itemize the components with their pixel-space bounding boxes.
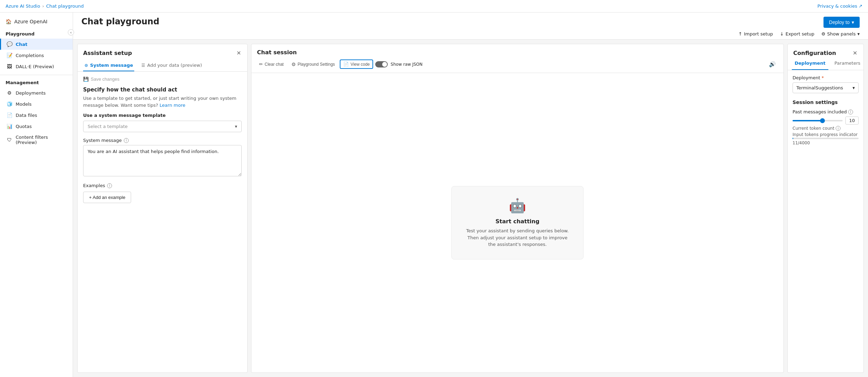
panels-chevron-icon: ▾ [857,31,860,37]
datafiles-icon: 📄 [7,112,12,118]
sidebar-section-playground: Playground [0,29,73,39]
top-bar: Azure AI Studio › Chat playground Privac… [0,0,868,13]
assistant-panel-title: Assistant setup [83,50,132,56]
speaker-icon: 🔊 [769,61,776,67]
past-messages-label: Past messages included i [793,109,859,114]
token-indicator-label: Input tokens progress indicator [793,132,859,137]
dalle-icon: 🖼 [7,64,12,69]
settings-icon: ⚙ [291,62,296,67]
past-messages-slider-thumb[interactable] [820,118,825,123]
export-setup-link[interactable]: ↓ Export setup [780,31,814,37]
sidebar-item-datafiles[interactable]: 📄 Data files [0,110,73,121]
past-messages-slider-row: 10 [793,117,859,125]
config-session-section: Session settings Past messages included … [793,99,859,145]
examples-info-icon[interactable]: i [107,183,112,188]
sidebar-item-completions[interactable]: 📝 Completions [0,50,73,61]
panels-row: Assistant setup ✕ ⊙ System message ☰ Add… [73,40,868,377]
template-chevron-icon: ▾ [235,124,237,129]
panels-icon: ⚙ [821,31,826,37]
sidebar-item-chat[interactable]: 💬 Chat [0,39,73,50]
speaker-button[interactable]: 🔊 [766,59,779,69]
quotas-icon: 📊 [7,123,12,129]
learn-more-link[interactable]: Learn more [160,103,185,108]
chat-session-header: Chat session [251,44,783,56]
import-icon: ↑ [738,31,742,37]
chat-panel: Chat session ✏ Clear chat ⚙ Playground S… [251,44,784,373]
template-label: Use a system message template [83,113,242,118]
system-message-tab-icon: ⊙ [85,63,88,68]
config-tab-deployment[interactable]: Deployment [792,57,828,70]
sidebar-divider [0,75,73,75]
past-messages-slider-track [793,120,843,121]
sidebar-item-dalle[interactable]: 🖼 DALL·E (Preview) [0,61,73,72]
current-token-count-label: Current token count i [793,126,859,131]
token-count-info-icon[interactable]: i [836,126,841,131]
sidebar-item-quotas[interactable]: 📊 Quotas [0,121,73,132]
specify-title: Specify how the chat should act [83,87,242,93]
system-message-info-icon[interactable]: i [124,138,129,143]
token-progress-bar [793,138,859,139]
chat-icon: 💬 [7,41,12,47]
completions-icon: 📝 [7,53,12,58]
main-content: Chat playground Deploy to ▾ ↑ Import set… [73,13,868,377]
config-panel-header: Configuration ✕ [788,44,863,57]
sidebar-item-contentfilters[interactable]: 🛡 Content filters (Preview) [0,132,73,148]
export-icon: ↓ [780,31,784,37]
show-panels-link[interactable]: ⚙ Show panels ▾ [821,31,860,37]
save-icon: 💾 [83,77,89,82]
sidebar: 🏠 Azure OpenAI Playground 💬 Chat 📝 Compl… [0,13,73,377]
breadcrumb-page: Chat playground [46,3,84,9]
config-panel: Configuration ✕ Deployment Parameters De… [787,44,864,373]
tab-system-message[interactable]: ⊙ System message [83,60,134,71]
show-raw-json-toggle[interactable] [375,61,388,67]
start-chatting-card: 🤖 Start chatting Test your assistant by … [451,186,584,259]
system-message-textarea[interactable]: You are an AI assistant that helps peopl… [83,145,242,176]
token-count-value: 11/4000 [793,141,859,145]
breadcrumb-studio[interactable]: Azure AI Studio [6,3,40,9]
sidebar-item-models[interactable]: 🧊 Models [0,98,73,110]
save-changes-button[interactable]: 💾 Save changes [83,77,119,82]
assistant-panel-tabs: ⊙ System message ☰ Add your data (previe… [78,57,247,72]
assistant-panel-close-button[interactable]: ✕ [236,49,242,57]
deploy-button[interactable]: Deploy to ▾ [823,17,860,28]
import-setup-link[interactable]: ↑ Import setup [738,31,773,37]
playground-settings-button[interactable]: ⚙ Playground Settings [289,60,338,69]
sidebar-item-deployments[interactable]: ⚙ Deployments [0,87,73,98]
chat-session-title: Chat session [257,49,778,56]
config-tab-parameters[interactable]: Parameters [832,57,863,70]
past-messages-slider-fill [793,120,822,121]
show-raw-json-label: Show raw JSON [391,62,423,67]
deployment-chevron-icon: ▾ [852,85,855,90]
past-messages-info-icon[interactable]: i [848,110,853,114]
tab-add-your-data[interactable]: ☰ Add your data (preview) [140,60,203,71]
start-chatting-title: Start chatting [466,218,569,225]
add-example-button[interactable]: + Add an example [83,192,131,203]
chat-toolbar: ✏ Clear chat ⚙ Playground Settings 📄 Vie… [251,56,783,73]
config-panel-close-button[interactable]: ✕ [852,49,858,57]
system-message-label-row: System message i [83,138,242,143]
view-code-button[interactable]: 📄 View code [340,59,373,69]
start-chatting-desc: Test your assistant by sending queries b… [466,227,569,248]
sidebar-logo[interactable]: 🏠 Azure OpenAI [0,15,73,29]
page-title-row: Chat playground Deploy to ▾ [81,17,860,31]
bot-icon: 🤖 [466,198,569,214]
clear-chat-icon: ✏ [259,62,263,67]
page-header-actions: Deploy to ▾ [823,17,860,31]
models-icon: 🧊 [7,101,12,107]
deploy-chevron-icon: ▾ [852,19,854,25]
view-code-icon: 📄 [343,62,349,67]
deployment-select[interactable]: TerminalSuggestions ▾ [793,82,859,93]
config-panel-title: Configuration [793,50,836,56]
add-data-tab-icon: ☰ [141,63,145,68]
save-changes-row: 💾 Save changes [83,77,242,82]
privacy-link[interactable]: Privacy & cookies ↗ [818,3,862,9]
clear-chat-button[interactable]: ✏ Clear chat [256,60,287,69]
specify-desc: Use a template to get started, or just s… [83,95,242,109]
config-tabs: Deployment Parameters [788,57,863,70]
deployment-field-label: Deployment * [793,75,859,80]
breadcrumb: Azure AI Studio › Chat playground [6,3,84,9]
sidebar-collapse-button[interactable]: ‹ [68,29,74,35]
contentfilters-icon: 🛡 [7,137,12,143]
past-messages-value[interactable]: 10 [845,117,859,125]
template-dropdown[interactable]: Select a template ▾ [83,121,242,132]
